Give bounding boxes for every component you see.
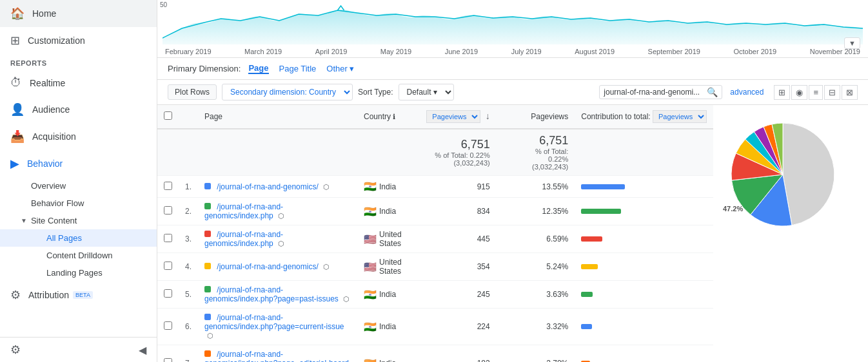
data-table: Page Country ℹ Pageviews ↓ Pageviews — [157, 105, 713, 362]
chart-label-mar: March 2019 — [244, 48, 282, 55]
row-page-link[interactable]: /journal-of-rna-and-genomics/index.php — [204, 202, 283, 220]
pivot-view-icon[interactable]: ⊠ — [842, 85, 858, 100]
row-page-link[interactable]: /journal-of-rna-and-genomics/index.php?p… — [204, 313, 344, 331]
sidebar-item-attribution[interactable]: ⚙ Attribution BETA — [0, 281, 157, 309]
country-flag: 🇮🇳 — [364, 205, 377, 218]
sidebar-item-acquisition[interactable]: 📥 Acquisition — [0, 123, 157, 150]
dim-link-page[interactable]: Page — [248, 63, 268, 74]
sidebar-item-home-label: Home — [32, 8, 56, 19]
col-header-pageviews-sort[interactable]: Pageviews ↓ — [419, 105, 497, 129]
main-content-area: Page Country ℹ Pageviews ↓ Pageviews — [157, 105, 868, 362]
secondary-dim-select[interactable]: Secondary dimension: Country — [222, 84, 353, 100]
country-name: United States — [379, 258, 413, 276]
pie-view-icon[interactable]: ◉ — [791, 85, 807, 100]
external-link-icon[interactable]: ⬡ — [343, 295, 350, 303]
chart-label-feb: February 2019 — [165, 48, 212, 55]
contribution-select[interactable]: Pageviews — [653, 110, 707, 123]
row-checkbox-5[interactable] — [164, 321, 172, 330]
country-flag: 🇺🇸 — [364, 233, 377, 245]
external-link-icon[interactable]: ⬡ — [207, 332, 213, 339]
select-all-checkbox[interactable] — [164, 111, 172, 120]
row-bar-cell — [575, 225, 713, 253]
sidebar-item-audience[interactable]: 👤 Audience — [0, 96, 157, 123]
row-checkbox-3[interactable] — [164, 262, 172, 270]
row-checkbox-4[interactable] — [164, 289, 172, 298]
pie-segment — [783, 123, 834, 225]
sidebar-sub-behavior-flow[interactable]: Behavior Flow — [0, 195, 157, 212]
row-checkbox-2[interactable] — [164, 234, 172, 242]
pageviews-sort-select[interactable]: Pageviews — [426, 110, 480, 123]
dim-link-page-title[interactable]: Page Title — [279, 64, 317, 73]
sidebar-sub-content-drilldown[interactable]: Content Drilldown — [0, 247, 157, 264]
row-page-link[interactable]: /journal-of-rna-and-genomics/index.php — [204, 230, 283, 248]
sort-type-select[interactable]: Default ▾ — [399, 84, 454, 100]
view-icons: ⊞ ◉ ≡ ⊟ ⊠ — [774, 85, 858, 100]
sidebar-sub-all-pages[interactable]: All Pages — [0, 229, 157, 247]
dim-link-other[interactable]: Other ▾ — [326, 64, 354, 73]
advanced-link[interactable]: advanced — [730, 88, 764, 97]
row-color-dot — [204, 286, 211, 292]
table-row: 7. /journal-of-rna-and-genomics/index.ph… — [157, 345, 713, 363]
chart-area: 50 February 2019 March 2019 April 2019 M… — [157, 0, 868, 58]
country-name: India — [379, 182, 396, 191]
row-percent: 6.59% — [516, 225, 575, 253]
external-link-icon[interactable]: ⬡ — [323, 263, 330, 271]
country-name: India — [379, 359, 396, 362]
row-checkbox-1[interactable] — [164, 206, 172, 214]
behavior-icon: ▶ — [10, 157, 19, 171]
table-view-icon[interactable]: ⊟ — [824, 85, 840, 100]
row-checkbox-0[interactable] — [164, 182, 172, 190]
chart-dropdown-btn[interactable]: ▼ — [844, 37, 860, 49]
row-page-link[interactable]: /journal-of-rna-and-genomics/ — [217, 182, 318, 191]
row-checkbox-6[interactable] — [164, 358, 172, 362]
row-country-cell: 🇮🇳 India — [357, 176, 419, 198]
bar-view-icon[interactable]: ≡ — [809, 85, 823, 100]
summary-pct2: % of Total: 0.22% — [522, 148, 569, 163]
row-percent: 3.63% — [516, 281, 575, 309]
site-content-toggle[interactable]: ▼ Site Content — [0, 212, 157, 229]
attribution-badge: BETA — [73, 291, 93, 299]
sidebar-sub-overview[interactable]: Overview — [0, 177, 157, 195]
plot-rows-button[interactable]: Plot Rows — [168, 84, 217, 100]
row-page-link[interactable]: /journal-of-rna-and-genomics/index.php?p… — [204, 285, 339, 303]
chart-y-label: 50 — [160, 1, 167, 8]
row-color-dot — [204, 203, 211, 209]
grid-view-icon[interactable]: ⊞ — [774, 85, 790, 100]
row-page-link[interactable]: /journal-of-rna-and-genomics/index.php?p… — [204, 350, 349, 362]
sidebar-item-home[interactable]: 🏠 Home — [0, 0, 157, 27]
row-num: 7. — [179, 345, 198, 363]
collapse-btn[interactable]: ◀ — [139, 344, 146, 356]
row-pageviews: 834 — [419, 198, 497, 225]
summary-pct: % of Total: 0.22% — [426, 151, 490, 159]
external-link-icon[interactable]: ⬡ — [278, 240, 284, 247]
row-pageviews: 354 — [419, 253, 497, 281]
sidebar-item-realtime[interactable]: ⏱ Realtime — [0, 70, 157, 96]
line-chart — [163, 3, 863, 44]
all-pages-label: All Pages — [46, 233, 82, 243]
chart-label-jun: June 2019 — [445, 48, 478, 55]
summary-pageviews: 6,751 — [426, 138, 490, 151]
audience-icon: 👤 — [10, 102, 25, 117]
table-row: 4. /journal-of-rna-and-genomics/ ⬡ 🇺🇸 Un… — [157, 253, 713, 281]
country-name: India — [379, 207, 396, 216]
primary-dim-label: Primary Dimension: — [168, 64, 241, 73]
summary-pageviews2: 6,751 — [522, 134, 569, 148]
external-link-icon[interactable]: ⬡ — [323, 183, 330, 191]
sort-down-arrow[interactable]: ↓ — [486, 111, 490, 121]
search-icon[interactable]: 🔍 — [707, 87, 718, 97]
sidebar-item-customization[interactable]: ⊞ Customization — [0, 27, 157, 54]
row-color-dot — [204, 350, 211, 357]
table-row: 3. /journal-of-rna-and-genomics/index.ph… — [157, 225, 713, 253]
settings-icon[interactable]: ⚙ — [10, 343, 21, 357]
row-color-dot — [204, 314, 211, 320]
table-section: Page Country ℹ Pageviews ↓ Pageviews — [157, 105, 713, 362]
row-num: 2. — [179, 198, 198, 225]
sidebar-item-behavior[interactable]: ▶ Behavior — [0, 150, 157, 177]
external-link-icon[interactable]: ⬡ — [278, 212, 284, 220]
row-country-cell: 🇮🇳 India — [357, 281, 419, 309]
realtime-icon: ⏱ — [10, 76, 22, 90]
search-input[interactable] — [604, 88, 707, 97]
row-page-link[interactable]: /journal-of-rna-and-genomics/ — [217, 262, 318, 271]
sidebar-sub-landing-pages[interactable]: Landing Pages — [0, 264, 157, 281]
table-row: 5. /journal-of-rna-and-genomics/index.ph… — [157, 281, 713, 309]
